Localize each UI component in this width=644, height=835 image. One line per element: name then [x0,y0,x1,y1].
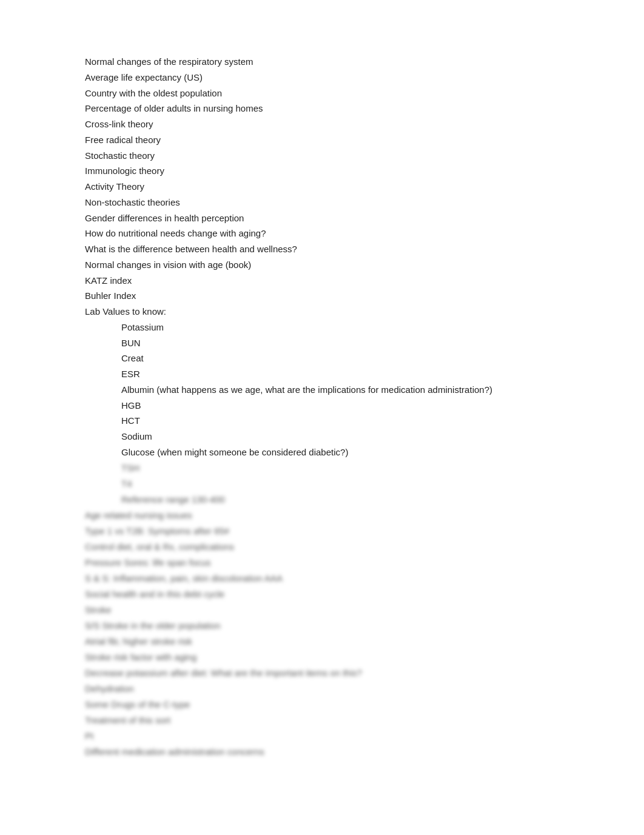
blurred-content: TSH T4 Reference range 130-400 Age relat… [85,461,608,759]
blurred-item: Age related nursing issues [85,508,608,523]
blurred-item: Stroke [85,603,608,617]
list-item: Percentage of older adults in nursing ho… [85,101,608,116]
list-item: Average life expectancy (US) [85,70,608,86]
blurred-item: Pressure Sores: life span focus [85,555,608,570]
blurred-item: Atrial fib; higher stroke risk [85,634,608,649]
list-item: Glucose (when might someone be considere… [121,445,608,460]
blurred-item: Different medication administration conc… [85,745,608,759]
blurred-item: Pt [85,729,608,743]
list-item: Free radical theory [85,133,608,148]
blurred-item: Type 1 vs T2B: Symptoms after 65# [85,524,608,538]
list-item: HGB [121,398,608,414]
list-item: HCT [121,414,608,429]
blurred-item: Dehydration [85,682,608,696]
blurred-item: S/S Stroke in the older population [85,619,608,633]
blurred-item: Some Drugs of the C-type [85,697,608,712]
list-item: KATZ index [85,273,608,289]
list-item: Buhler Index [85,289,608,304]
blurred-item: TSH [121,461,608,475]
lab-values-header: Lab Values to know: [85,304,608,320]
list-item: Albumin (what happens as we age, what ar… [121,383,608,398]
list-item: Cross-link theory [85,117,608,132]
lab-values-list: Potassium BUN Creat ESR Albumin (what ha… [85,320,608,460]
list-item: Potassium [121,320,608,335]
list-item: Non-stochastic theories [85,195,608,210]
list-item: Normal changes in vision with age (book) [85,258,608,273]
list-item: Country with the oldest population [85,86,608,101]
list-item: Immunologic theory [85,164,608,179]
list-item: Normal changes of the respiratory system [85,55,608,70]
list-item: Stochastic theory [85,149,608,164]
list-item: Activity Theory [85,179,608,195]
blurred-item: Decrease potassium after diet: What are … [85,666,608,680]
list-item: BUN [121,336,608,351]
blurred-item: Social health and in this debt cycle [85,587,608,602]
list-item: Gender differences in health perception [85,211,608,226]
blurred-item: T4 [121,477,608,491]
list-item: How do nutritional needs change with agi… [85,226,608,241]
list-item: Sodium [121,429,608,444]
blurred-item: Control diet, oral & Rx, complications [85,540,608,554]
main-content: Normal changes of the respiratory system… [85,55,608,759]
list-item: ESR [121,367,608,382]
blurred-item: Reference range 130-400 [121,492,608,507]
list-item: What is the difference between health an… [85,242,608,257]
blurred-item: S & S: Inflammation, pain, skin discolor… [85,571,608,586]
blurred-item: Stroke risk factor with aging [85,650,608,665]
list-item: Creat [121,351,608,366]
blurred-item: Treatment of this sort [85,713,608,728]
